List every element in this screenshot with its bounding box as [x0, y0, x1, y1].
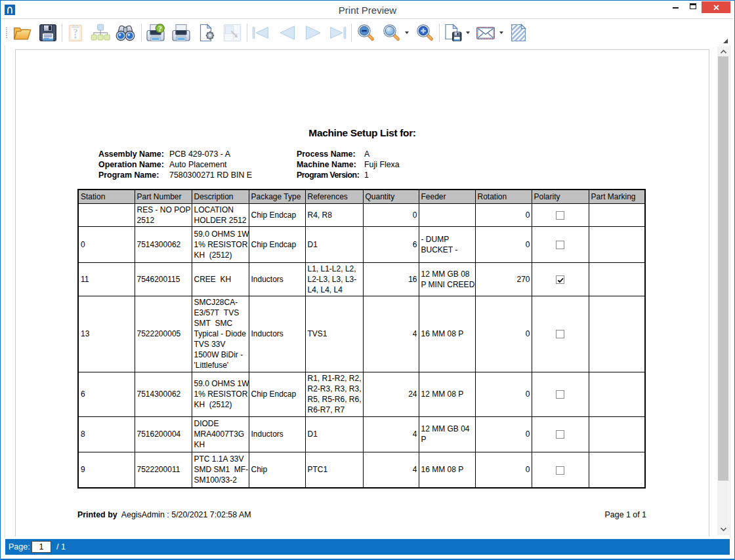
svg-text:?: ?	[74, 28, 78, 37]
svg-text:?: ?	[158, 25, 162, 33]
